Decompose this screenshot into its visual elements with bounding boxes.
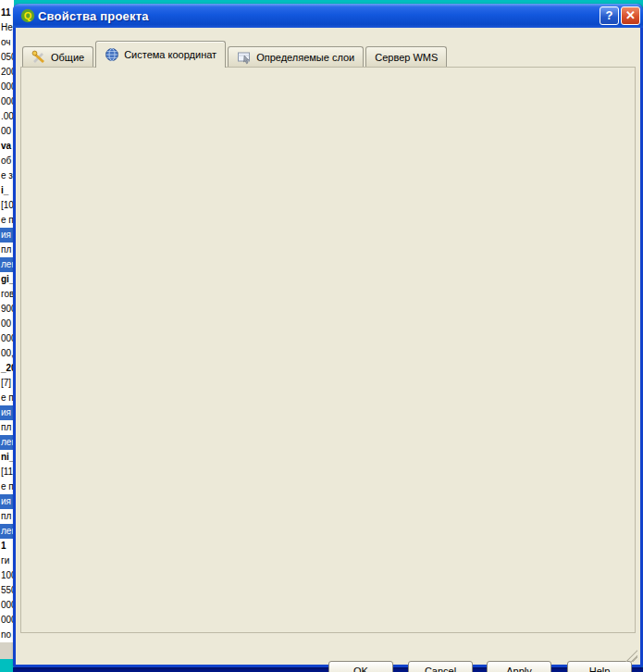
- background-text-fragment: е п.: [0, 391, 14, 405]
- tab-label: Сервер WMS: [375, 52, 438, 63]
- resize-grip[interactable]: [625, 650, 637, 662]
- background-text-fragment: ия: [0, 405, 14, 420]
- tab-label: Общие: [51, 52, 84, 63]
- tab-identifiable-layers[interactable]: Определяемые слои: [228, 46, 364, 68]
- ok-button[interactable]: OK: [328, 661, 393, 672]
- background-text-fragment: лен: [0, 257, 14, 272]
- background-text-fragment: гов: [0, 287, 14, 302]
- background-window-footer: [0, 642, 14, 659]
- dialog-title: Свойства проекта: [38, 9, 149, 23]
- background-text-fragment: [11: [0, 465, 14, 479]
- background-text-fragment: 000: [0, 331, 14, 346]
- background-text-fragment: 000: [0, 94, 14, 109]
- background-text-fragment: ия: [0, 228, 14, 243]
- background-text-fragment: va: [0, 139, 14, 154]
- layers-icon: [237, 50, 252, 65]
- tabbar: Общие Система координат Определя: [22, 41, 449, 68]
- background-text-fragment: лен: [0, 524, 14, 539]
- tab-label: Определяемые слои: [256, 52, 354, 63]
- svg-text:Q: Q: [24, 10, 32, 21]
- background-text-fragment: е п.: [0, 213, 14, 228]
- background-text-fragment: лен: [0, 435, 14, 450]
- tab-crs[interactable]: Система координат: [95, 41, 226, 68]
- background-text-fragment: gi_: [0, 272, 14, 287]
- apply-button[interactable]: Apply: [487, 661, 551, 672]
- background-text-fragment: [7]: [0, 376, 14, 391]
- cancel-button[interactable]: Cancel: [408, 661, 473, 672]
- background-text-fragment: .00: [0, 109, 14, 124]
- background-text-fragment: пл: [0, 509, 14, 524]
- background-text-fragment: 000: [0, 598, 14, 613]
- background-text-fragment: Не: [0, 20, 14, 35]
- background-text-fragment: ги: [0, 554, 14, 568]
- background-text-fragment: 900: [0, 302, 14, 317]
- background-text-fragment: 00: [0, 124, 14, 139]
- titlebar-close-button[interactable]: ✕: [621, 6, 640, 25]
- background-window-strip: 11Неоч050200000000.0000vaобе зi_[10е п.и…: [0, 0, 14, 659]
- background-text-fragment: i_: [0, 183, 14, 198]
- background-text-fragment: об: [0, 154, 14, 168]
- tab-general[interactable]: Общие: [22, 46, 93, 68]
- background-text-fragment: оч: [0, 35, 14, 50]
- globe-icon: [105, 47, 119, 62]
- background-text-fragment: 200: [0, 65, 14, 80]
- background-text-fragment: 11: [0, 6, 14, 20]
- background-text-fragment: 000: [0, 613, 14, 628]
- tab-wms-server[interactable]: Сервер WMS: [365, 46, 447, 68]
- background-text-fragment: 050: [0, 50, 14, 65]
- background-text-fragment: ni_: [0, 450, 14, 465]
- qgis-icon: Q: [20, 8, 35, 23]
- background-text-fragment: no: [0, 628, 14, 642]
- background-text-fragment: 1: [0, 539, 14, 554]
- background-text-fragment: _20: [0, 361, 14, 376]
- background-text-fragment: е п.: [0, 479, 14, 494]
- background-text-fragment: [10: [0, 198, 14, 213]
- background-text-fragment: ия: [0, 494, 14, 509]
- background-text-fragment: 100: [0, 568, 14, 583]
- project-properties-dialog: Q Свойства проекта ? ✕ Общие: [13, 4, 643, 667]
- background-text-fragment: е з: [0, 168, 14, 183]
- titlebar-help-button[interactable]: ?: [600, 6, 619, 25]
- background-text-fragment: 000: [0, 80, 14, 94]
- background-text-fragment: 00: [0, 317, 14, 331]
- tab-label: Система координат: [124, 49, 216, 60]
- wrench-icon: [31, 50, 46, 65]
- tab-pane: [20, 67, 636, 633]
- titlebar[interactable]: Q Свойства проекта ? ✕: [13, 4, 643, 28]
- background-text-fragment: 550: [0, 583, 14, 598]
- help-button[interactable]: Help: [567, 661, 632, 672]
- background-text-fragment: 00,: [0, 346, 14, 361]
- background-text-fragment: пл: [0, 243, 14, 257]
- background-text-fragment: пл: [0, 420, 14, 435]
- dialog-body: Общие Система координат Определя: [16, 28, 640, 665]
